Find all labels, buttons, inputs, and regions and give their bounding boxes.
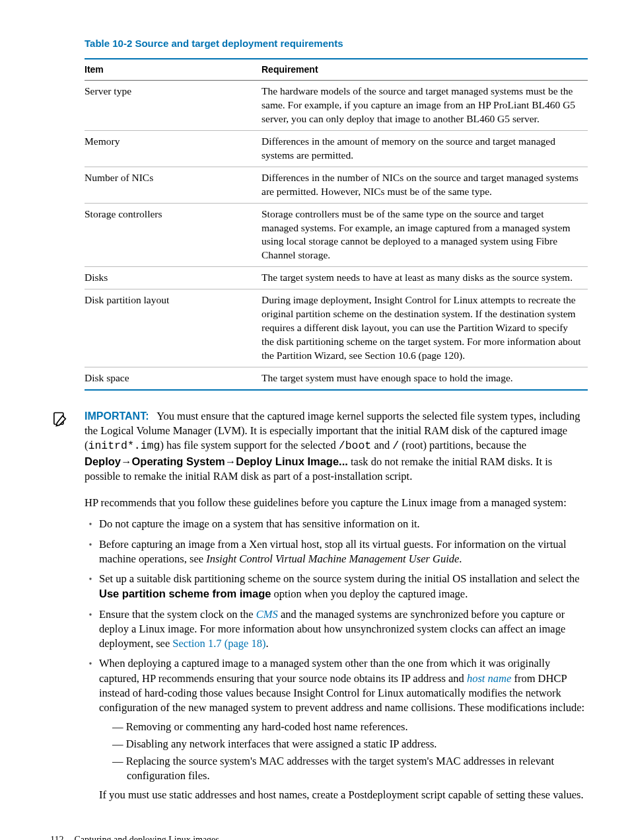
ui-option: Use partition scheme from image xyxy=(99,588,271,599)
list-item: Set up a suitable disk partitioning sche… xyxy=(99,572,588,602)
code: initrd*.img xyxy=(88,439,160,452)
cell-item: Disk partition layout xyxy=(85,289,262,367)
sub-list: Removing or commenting any hard-coded ho… xyxy=(99,720,588,784)
table-row: Disk spaceThe target system must have en… xyxy=(85,367,588,389)
table-row: Storage controllersStorage controllers m… xyxy=(85,203,588,267)
list-item: Ensure that the system clock on the CMS … xyxy=(99,607,588,652)
doc-title: Insight Control Virtual Machine Manageme… xyxy=(206,553,459,565)
important-note: IMPORTANT: You must ensure that the capt… xyxy=(50,409,588,484)
important-label: IMPORTANT: xyxy=(85,410,149,422)
arrow: → xyxy=(121,455,132,468)
page-footer: 112 Capturing and deploying Linux images xyxy=(50,834,588,840)
text: . xyxy=(459,553,462,565)
sub-list-item: Disabling any network interfaces that we… xyxy=(112,737,588,751)
cell-item: Disk space xyxy=(85,367,262,389)
glossary-link[interactable]: CMS xyxy=(256,608,278,621)
cell-req: During image deployment, Insight Control… xyxy=(262,289,588,367)
text: . xyxy=(265,637,268,650)
text: Set up a suitable disk partitioning sche… xyxy=(99,572,580,585)
table-row: MemoryDifferences in the amount of memor… xyxy=(85,130,588,167)
text: Ensure that the system clock on the xyxy=(99,608,256,621)
cell-req: The target system must have enough space… xyxy=(262,367,588,389)
cell-req: Storage controllers must be of the same … xyxy=(262,203,588,267)
table-caption: Table 10-2 Source and target deployment … xyxy=(85,37,588,50)
sub-list-item: Replacing the source system's MAC addres… xyxy=(112,754,588,784)
table-row: Number of NICsDifferences in the number … xyxy=(85,167,588,203)
guideline-list: Do not capture the image on a system tha… xyxy=(85,517,588,802)
cell-req: The target system needs to have at least… xyxy=(262,267,588,289)
note-icon xyxy=(50,409,85,484)
code: /boot xyxy=(339,439,372,452)
sub-list-item: Removing or commenting any hard-coded ho… xyxy=(112,720,588,734)
table-row: Disk partition layoutDuring image deploy… xyxy=(85,289,588,367)
text: Removing or commenting any hard-coded ho… xyxy=(126,720,408,733)
glossary-link[interactable]: host name xyxy=(467,672,511,685)
text: (root) partitions, because the xyxy=(399,439,526,451)
menu-path: Deploy xyxy=(85,455,121,467)
important-body: IMPORTANT: You must ensure that the capt… xyxy=(85,409,588,484)
footer-title: Capturing and deploying Linux images xyxy=(74,834,219,840)
text: If you must use static addresses and hos… xyxy=(99,788,584,801)
text: option when you deploy the captured imag… xyxy=(271,588,468,600)
col-requirement: Requirement xyxy=(262,59,588,80)
section-link[interactable]: Section 1.7 (page 18) xyxy=(172,637,265,650)
text: ) has file system support for the select… xyxy=(160,439,338,451)
list-item: Do not capture the image on a system tha… xyxy=(99,517,588,531)
text: Do not capture the image on a system tha… xyxy=(99,517,420,530)
text: Disabling any network interfaces that we… xyxy=(126,738,437,750)
cell-item: Server type xyxy=(85,81,262,131)
list-item: Before capturing an image from a Xen vir… xyxy=(99,537,588,567)
cell-item: Memory xyxy=(85,130,262,167)
cell-req: Differences in the amount of memory on t… xyxy=(262,130,588,167)
cell-item: Disks xyxy=(85,267,262,289)
text: and xyxy=(371,439,392,451)
cell-item: Storage controllers xyxy=(85,203,262,267)
col-item: Item xyxy=(85,59,262,80)
table-row: DisksThe target system needs to have at … xyxy=(85,267,588,289)
cell-req: The hardware models of the source and ta… xyxy=(262,81,588,131)
list-item: When deploying a captured image to a man… xyxy=(99,656,588,802)
cell-item: Number of NICs xyxy=(85,167,262,203)
table-row: Server typeThe hardware models of the so… xyxy=(85,81,588,131)
menu-path: Operating System xyxy=(132,455,225,467)
intro-paragraph: HP recommends that you follow these guid… xyxy=(85,496,588,510)
menu-path: Deploy Linux Image... xyxy=(236,455,348,467)
page-number: 112 xyxy=(50,834,63,840)
arrow: → xyxy=(225,455,236,468)
text: Replacing the source system's MAC addres… xyxy=(126,755,555,782)
code: / xyxy=(392,439,399,452)
cell-req: Differences in the number of NICs on the… xyxy=(262,167,588,203)
requirements-table: Item Requirement Server typeThe hardware… xyxy=(85,58,588,390)
